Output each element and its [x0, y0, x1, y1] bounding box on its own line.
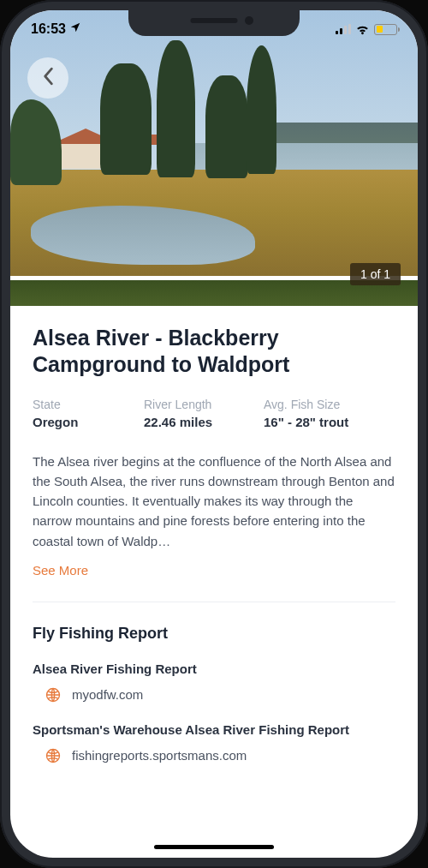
- stat-value: Oregon: [33, 415, 135, 429]
- notch: [128, 10, 300, 36]
- hero-image[interactable]: 1 of 1: [10, 10, 418, 306]
- landscape-photo: [10, 10, 418, 306]
- fly-fishing-section-title: Fly Fishing Report: [33, 625, 395, 643]
- photo-counter: 1 of 1: [350, 263, 401, 285]
- home-indicator[interactable]: [154, 845, 274, 849]
- stat-label: Avg. Fish Size: [264, 398, 348, 411]
- report-item: Sportsman's Warehouse Alsea River Fishin…: [33, 722, 395, 764]
- stat-state: State Oregon: [33, 398, 135, 429]
- stat-fish-size: Avg. Fish Size 16" - 28" trout: [264, 398, 348, 429]
- stats-row: State Oregon River Length 22.46 miles Av…: [33, 398, 395, 429]
- stat-label: State: [33, 398, 135, 411]
- report-link[interactable]: fishingreports.sportsmans.com: [33, 747, 395, 764]
- globe-icon: [45, 747, 62, 764]
- stat-value: 16" - 28" trout: [264, 415, 348, 429]
- stat-length: River Length 22.46 miles: [144, 398, 255, 429]
- divider: [33, 602, 395, 602]
- report-title: Alsea River Fishing Report: [33, 661, 395, 676]
- battery-icon: [374, 24, 397, 35]
- report-url: myodfw.com: [72, 687, 143, 702]
- page-title: Alsea River - Blackberry Campground to W…: [33, 325, 395, 379]
- chevron-left-icon: [42, 67, 54, 89]
- globe-icon: [45, 686, 62, 703]
- screen: 16:53: [10, 10, 418, 858]
- report-item: Alsea River Fishing Report myodfw.com: [33, 661, 395, 703]
- wifi-icon: [355, 22, 370, 37]
- report-url: fishingreports.sportsmans.com: [72, 748, 247, 763]
- stat-value: 22.46 miles: [144, 415, 255, 429]
- report-link[interactable]: myodfw.com: [33, 686, 395, 703]
- phone-frame: 16:53: [0, 0, 428, 868]
- report-title: Sportsman's Warehouse Alsea River Fishin…: [33, 722, 395, 737]
- content-area: Alsea River - Blackberry Campground to W…: [10, 306, 418, 764]
- back-button[interactable]: [27, 57, 68, 99]
- cellular-icon: [336, 24, 351, 34]
- see-more-link[interactable]: See More: [33, 563, 88, 578]
- description-text: The Alsea river begins at the confluence…: [33, 452, 395, 551]
- location-icon: [69, 21, 81, 37]
- status-time: 16:53: [31, 21, 66, 37]
- stat-label: River Length: [144, 398, 255, 411]
